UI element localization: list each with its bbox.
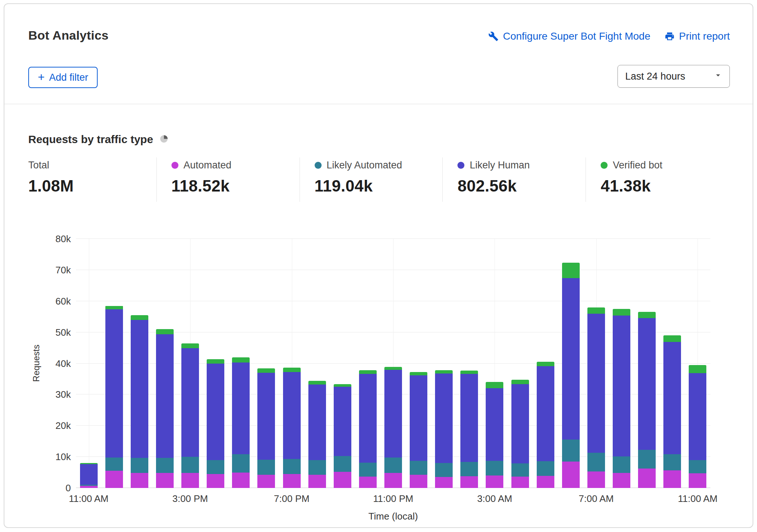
y-tick-label: 20k (55, 420, 71, 431)
time-range-select[interactable]: Last 24 hours (617, 65, 730, 88)
segment-likely-human (131, 320, 148, 458)
segment-likely-automated (460, 462, 478, 476)
segment-likely-automated (587, 453, 605, 471)
segment-likely-automated (283, 459, 301, 474)
stat-total[interactable]: Total1.08M (28, 157, 156, 202)
segment-likely-human (308, 385, 326, 460)
segment-likely-human (638, 318, 656, 449)
segment-automated (562, 462, 580, 488)
segment-verified-bot (308, 381, 326, 385)
segment-verified-bot (207, 359, 224, 364)
segment-likely-human (359, 374, 377, 463)
wrench-icon (488, 31, 499, 41)
segment-likely-human (334, 387, 351, 456)
segment-automated (511, 477, 529, 488)
segment-verified-bot (511, 380, 529, 384)
segment-verified-bot (384, 367, 402, 370)
add-filter-button[interactable]: + Add filter (28, 67, 98, 88)
header-divider (4, 104, 753, 104)
legend-dot-icon (457, 162, 464, 169)
chart-plot (76, 239, 710, 488)
bar-2-00-am (460, 371, 478, 488)
segment-automated (638, 469, 656, 488)
y-tick-label: 70k (55, 264, 71, 276)
segment-verified-bot (638, 312, 656, 318)
segment-likely-human (257, 373, 275, 460)
bar-4-00-pm (207, 359, 224, 488)
segment-verified-bot (232, 357, 250, 362)
segment-likely-human (283, 372, 301, 459)
segment-likely-automated (613, 456, 630, 473)
print-report-link[interactable]: Print report (664, 30, 730, 42)
stat-value: 118.52k (171, 177, 300, 195)
segment-likely-human (105, 309, 123, 458)
segment-likely-human (613, 316, 630, 456)
stat-label-row: Likely Human (457, 160, 586, 171)
stat-label: Likely Automated (327, 160, 402, 171)
bar-10-00-am (663, 335, 681, 488)
x-tick-label: 3:00 PM (173, 493, 208, 504)
segment-likely-human (410, 375, 427, 461)
legend-dot-icon (601, 162, 608, 169)
y-tick-label: 80k (55, 233, 71, 245)
bar-5-00-pm (232, 357, 250, 488)
header-links: Configure Super Bot Fight Mode Print rep… (488, 30, 730, 42)
y-tick-label: 0 (66, 482, 71, 494)
stat-verified-bot[interactable]: Verified bot41.38k (586, 157, 729, 202)
segment-likely-automated (334, 456, 351, 471)
v-gridline (89, 239, 89, 488)
y-tick-label: 30k (55, 389, 71, 400)
segment-automated (181, 473, 199, 488)
segment-likely-automated (232, 454, 250, 473)
segment-verified-bot (460, 371, 478, 374)
section-title-row: Requests by traffic type (28, 133, 169, 146)
stat-value: 41.38k (601, 177, 729, 195)
stat-label-row: Likely Automated (315, 160, 443, 171)
y-tick-label: 40k (55, 358, 71, 369)
bar-3-00-am (486, 382, 503, 488)
segment-likely-automated (308, 460, 326, 474)
y-tick-label: 60k (55, 295, 71, 307)
segment-verified-bot (334, 384, 351, 387)
requests-chart: Requests 010k20k30k40k50k60k70k80k 11:00… (28, 230, 729, 523)
bar-9-00-pm (334, 384, 351, 488)
legend-dot-icon (171, 162, 178, 169)
segment-likely-automated (384, 458, 402, 473)
segment-automated (384, 473, 402, 488)
page-title: Bot Analytics (28, 28, 109, 43)
stat-likely-human[interactable]: Likely Human802.56k (442, 157, 586, 202)
segment-likely-automated (156, 458, 174, 473)
legend-dot-icon (315, 162, 322, 169)
segment-likely-automated (537, 461, 554, 476)
segment-verified-bot (663, 335, 681, 342)
segment-likely-human (384, 370, 402, 458)
stat-automated[interactable]: Automated118.52k (156, 157, 300, 202)
bar-11-00-pm (384, 367, 402, 488)
segment-likely-automated (207, 460, 224, 474)
bar-7-00-am (587, 307, 605, 488)
segment-likely-human (537, 366, 554, 461)
configure-super-bot-fight-mode-link[interactable]: Configure Super Bot Fight Mode (488, 30, 651, 42)
x-axis-title: Time (local) (76, 511, 710, 522)
segment-likely-human (689, 373, 706, 460)
bar-11-00-am (689, 365, 706, 488)
segment-automated (435, 477, 453, 488)
segment-likely-human (80, 464, 98, 485)
segment-automated (334, 472, 351, 488)
stat-label-row: Automated (171, 160, 300, 171)
bar-12-00-pm (105, 306, 123, 488)
stat-value: 119.04k (315, 177, 443, 195)
stat-likely-automated[interactable]: Likely Automated119.04k (300, 157, 443, 202)
segment-automated (156, 473, 174, 488)
x-tick-label: 7:00 PM (274, 493, 309, 504)
segment-automated (207, 474, 224, 488)
bar-1-00-am (435, 370, 453, 488)
segment-likely-automated (181, 457, 199, 473)
stat-label: Total (28, 160, 49, 171)
segment-verified-bot (181, 343, 199, 348)
segment-likely-automated (359, 463, 377, 477)
x-axis: 11:00 AM3:00 PM7:00 PM11:00 PM3:00 AM7:0… (76, 493, 710, 506)
segment-automated (80, 486, 98, 488)
y-axis: 010k20k30k40k50k60k70k80k (28, 239, 71, 488)
bar-6-00-am (562, 263, 580, 488)
